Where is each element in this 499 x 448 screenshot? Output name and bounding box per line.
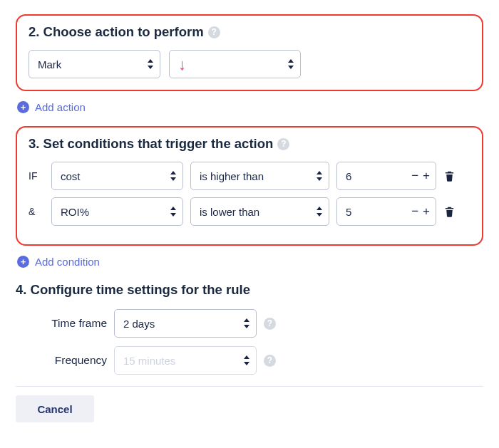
- frequency-select: 15 minutes: [114, 346, 257, 375]
- operator-value: is lower than: [200, 206, 259, 218]
- metric-value: cost: [61, 170, 81, 182]
- chevron-updown-icon: [287, 59, 294, 69]
- operator-select[interactable]: is higher than: [190, 162, 329, 190]
- timeframe-select[interactable]: 2 days: [114, 309, 257, 338]
- section-title: 3. Set conditions that trigger the actio…: [29, 136, 470, 152]
- chevron-updown-icon: [243, 355, 250, 365]
- frequency-label: Frequency: [16, 354, 107, 367]
- add-action-button[interactable]: + Add action: [17, 101, 483, 113]
- metric-value: ROI%: [61, 206, 89, 218]
- operator-value: is higher than: [200, 170, 264, 182]
- value-text: 5: [346, 206, 351, 218]
- section4-title: 4. Configure time settings for the rule: [16, 282, 483, 298]
- help-icon[interactable]: ?: [277, 138, 289, 150]
- cancel-label: Cancel: [37, 403, 72, 415]
- action-section: 2. Choose action to perform ? Mark ↓: [16, 14, 483, 91]
- chevron-updown-icon: [170, 207, 177, 217]
- frequency-row: Frequency 15 minutes ?: [16, 346, 483, 375]
- add-condition-button[interactable]: + Add condition: [17, 256, 483, 268]
- action-select-value: Mark: [38, 58, 61, 71]
- decrement-button[interactable]: −: [411, 169, 418, 183]
- chevron-updown-icon: [316, 207, 323, 217]
- conditions-section: 3. Set conditions that trigger the actio…: [16, 126, 483, 246]
- frequency-value: 15 minutes: [123, 355, 175, 367]
- condition-row: IF cost is higher than 6 − +: [29, 162, 470, 190]
- arrow-down-icon: ↓: [178, 57, 186, 73]
- value-text: 6: [346, 170, 351, 182]
- chevron-updown-icon: [316, 171, 323, 181]
- condition-prefix: IF: [29, 170, 44, 182]
- condition-prefix: &: [29, 206, 44, 217]
- help-icon[interactable]: ?: [264, 355, 276, 367]
- condition-row: & ROI% is lower than 5 − +: [29, 197, 470, 226]
- add-action-label: Add action: [35, 101, 86, 113]
- add-condition-label: Add condition: [35, 256, 100, 268]
- chevron-updown-icon: [170, 171, 177, 181]
- cancel-button[interactable]: Cancel: [16, 395, 94, 422]
- trash-icon[interactable]: [443, 204, 456, 219]
- trash-icon[interactable]: [443, 169, 456, 183]
- section3-title-text: 3. Set conditions that trigger the actio…: [29, 136, 273, 152]
- metric-select[interactable]: cost: [51, 162, 183, 190]
- chevron-updown-icon: [243, 318, 250, 328]
- help-icon[interactable]: ?: [208, 26, 220, 38]
- value-input[interactable]: 6 − +: [336, 162, 436, 190]
- operator-select[interactable]: is lower than: [190, 197, 329, 226]
- timeframe-value: 2 days: [123, 318, 155, 330]
- timeframe-row: Time frame 2 days ?: [16, 309, 483, 338]
- decrement-button[interactable]: −: [411, 204, 418, 219]
- action-select[interactable]: Mark: [29, 50, 160, 78]
- increment-button[interactable]: +: [423, 204, 430, 219]
- metric-select[interactable]: ROI%: [51, 197, 183, 226]
- plus-circle-icon: +: [17, 256, 29, 268]
- direction-select[interactable]: ↓: [169, 50, 301, 78]
- section2-title-text: 2. Choose action to perform: [29, 24, 204, 40]
- chevron-updown-icon: [147, 59, 154, 69]
- help-icon[interactable]: ?: [264, 318, 276, 330]
- section-title: 2. Choose action to perform ?: [29, 24, 470, 40]
- footer: Cancel: [16, 386, 483, 429]
- timeframe-label: Time frame: [16, 317, 107, 330]
- plus-circle-icon: +: [17, 101, 29, 113]
- increment-button[interactable]: +: [423, 169, 430, 183]
- value-input[interactable]: 5 − +: [336, 197, 436, 226]
